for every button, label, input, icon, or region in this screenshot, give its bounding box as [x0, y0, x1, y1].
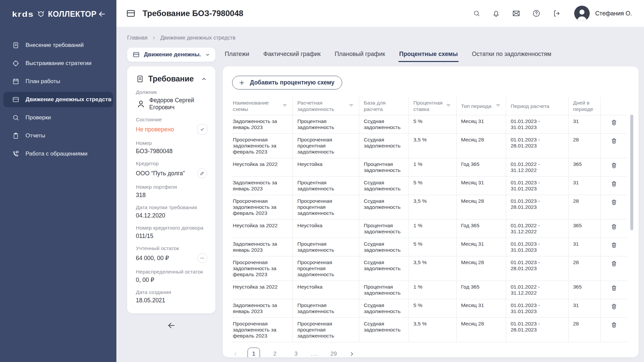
table-cell: Неустойка — [292, 281, 359, 299]
search-button[interactable] — [473, 10, 480, 17]
vertical-scrollbar[interactable] — [630, 115, 633, 230]
table-cell: 3,5 % — [409, 134, 456, 158]
table-row: Неустойка за 2022НеустойкаПроцентная зад… — [232, 220, 627, 238]
pencil-button[interactable] — [197, 168, 207, 178]
check-button[interactable] — [197, 124, 207, 134]
delete-row-button[interactable] — [610, 303, 618, 310]
page-button[interactable]: 3 — [290, 348, 302, 357]
tab[interactable]: Фактический график — [263, 47, 321, 62]
delete-row-button[interactable] — [610, 285, 618, 292]
delete-row-button[interactable] — [610, 321, 618, 328]
bell-icon — [492, 9, 500, 18]
collapse-panel-button[interactable] — [201, 76, 207, 82]
document-icon — [136, 75, 144, 83]
delete-row-button[interactable] — [610, 260, 618, 267]
sidebar-item[interactable]: Внесение требований — [3, 38, 113, 53]
field-label: Номер — [136, 140, 207, 146]
delete-row-button[interactable] — [610, 199, 618, 206]
sidebar-item[interactable]: Выстраивание стратегии — [3, 56, 113, 71]
ellipsis-button[interactable] — [197, 253, 207, 263]
table-cell: 365 — [568, 220, 600, 238]
table-cell: Ссудная задолженность — [359, 238, 409, 256]
avatar[interactable] — [574, 6, 590, 21]
delete-row-button[interactable] — [610, 180, 618, 187]
field-value: 0, 00 ₽ — [136, 277, 154, 284]
trash-icon — [610, 180, 618, 187]
sidebar-collapse-button[interactable] — [98, 10, 106, 18]
row-actions — [600, 299, 627, 318]
trash-icon — [610, 223, 618, 230]
table-cell: 01.01.2022 - 31.12.2022 — [506, 220, 568, 238]
switch-row: Движение денежны... ПлатежиФактический г… — [127, 48, 639, 62]
sidebar-item[interactable]: Работа с обращениями — [3, 146, 113, 162]
tabs: ПлатежиФактический графикПлановый график… — [224, 48, 552, 62]
prev-page-button[interactable] — [232, 351, 239, 357]
sidebar-item[interactable]: Движение денежных стредств — [3, 92, 113, 107]
column-header[interactable]: Наименование схемы — [232, 97, 292, 115]
delete-row-button[interactable] — [610, 119, 618, 126]
field-value: 64 000, 00 ₽ — [136, 255, 169, 262]
sidebar-item[interactable]: План работы — [3, 74, 113, 89]
filter-icon[interactable] — [445, 102, 451, 110]
next-page-button[interactable] — [348, 351, 355, 357]
bell-button[interactable] — [492, 9, 500, 18]
column-header[interactable]: Тип периода — [456, 97, 506, 115]
mail-button[interactable] — [512, 9, 521, 18]
table-cell: Процентная задолженность — [292, 238, 359, 256]
table-cell: 01.01.2023 - 28.01.2023 — [506, 256, 568, 281]
phone-icon — [12, 150, 19, 158]
table-cell: 1 % — [409, 281, 456, 299]
field-value: Не проверено — [136, 126, 174, 133]
requirement-field: СостояниеНе проверено — [136, 117, 207, 134]
table-cell: Процентная задолженность — [292, 177, 359, 195]
context-dropdown-label: Движение денежны... — [144, 51, 201, 58]
filter-icon[interactable] — [495, 102, 501, 110]
add-scheme-button[interactable]: Добавить процентную схему — [232, 76, 342, 89]
field-label: Номер портфеля — [136, 184, 207, 190]
delete-row-button[interactable] — [610, 242, 618, 249]
table-cell: 3,5 % — [409, 256, 456, 281]
delete-row-button[interactable] — [610, 162, 618, 169]
page-button[interactable]: 1 — [248, 348, 260, 357]
help-button[interactable] — [532, 9, 541, 18]
tab[interactable]: Плановый график — [334, 47, 386, 62]
main-area: Требование БОЗ-7980048 Стефания О. Главн… — [116, 0, 644, 362]
row-actions — [600, 158, 627, 177]
field-label: Должник — [136, 89, 207, 95]
column-header[interactable]: Процентная ставка — [409, 97, 456, 115]
sidebar-item[interactable]: Проверки — [3, 110, 113, 125]
delete-row-button[interactable] — [610, 137, 618, 144]
table-cell: Ссудная задолженность — [359, 195, 409, 220]
row-actions — [600, 238, 627, 256]
sidebar-item[interactable]: Отчеты — [3, 128, 113, 143]
page-button[interactable]: 2 — [269, 348, 281, 357]
filter-icon[interactable] — [282, 102, 288, 110]
tab[interactable]: Остатки по задолженностям — [471, 47, 552, 62]
delete-row-button[interactable] — [610, 223, 618, 230]
tab[interactable]: Процентные схемы — [398, 47, 459, 62]
sidebar-item-label: Проверки — [25, 114, 51, 121]
table-cell: Год 365 — [456, 281, 506, 299]
table-cell: Неустойка за 2022 — [232, 220, 292, 238]
table-cell: 01.01.2023 - 28.01.2023 — [506, 195, 568, 220]
table-cell: 365 — [568, 158, 600, 177]
table-cell: 28 — [568, 256, 600, 281]
back-arrow-button[interactable] — [167, 321, 176, 330]
breadcrumb-item-home[interactable]: Главная — [127, 35, 148, 41]
table-cell: Месяц 31 — [456, 299, 506, 318]
column-header[interactable]: Расчетная задолженность — [292, 97, 359, 115]
logout-button[interactable] — [552, 9, 561, 18]
trash-icon — [610, 119, 618, 126]
page-button[interactable]: 29 — [327, 348, 340, 357]
calendar-icon — [12, 78, 19, 85]
table-cell: 1 % — [409, 158, 456, 177]
filter-icon[interactable] — [348, 102, 354, 110]
row-actions — [600, 134, 627, 158]
table-cell: Просроченная процентная задолженность — [292, 318, 359, 342]
page-title-wrap: Требование БОЗ-7980048 — [126, 8, 243, 18]
ellipsis-icon — [199, 255, 205, 261]
user-chip[interactable]: Стефания О. — [574, 6, 632, 21]
context-dropdown[interactable]: Движение денежны... — [127, 48, 215, 62]
table-cell: Просроченная задолженность за февраль 20… — [232, 318, 292, 342]
tab[interactable]: Платежи — [224, 47, 250, 62]
